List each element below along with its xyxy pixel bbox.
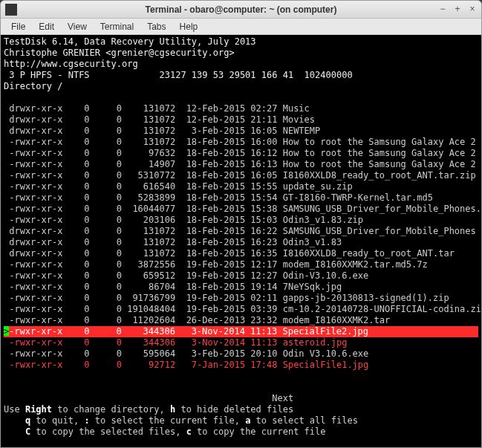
directory-line: Directory / xyxy=(4,81,478,92)
app-header-line: Christophe GRENIER <grenier@cgsecurity.o… xyxy=(4,48,478,59)
file-row[interactable]: drwxr-xr-x 0 0 131072 18-Feb-2015 16:23 … xyxy=(4,237,478,248)
file-row[interactable]: -rwxr-xr-x 0 0 131072 18-Feb-2015 16:00 … xyxy=(4,137,478,148)
app-header-line: http://www.cgsecurity.org xyxy=(4,59,478,70)
menu-tabs[interactable]: Tabs xyxy=(141,20,172,33)
file-row[interactable]: -rwxr-xr-x 0 0 616540 18-Feb-2015 15:55 … xyxy=(4,181,478,192)
file-row[interactable]: -rwxr-xr-x 0 0 191048404 19-Feb-2015 03:… xyxy=(4,304,478,315)
file-row-deleted[interactable]: -rwxr-xr-x 0 0 344306 3-Nov-2014 11:13 a… xyxy=(4,337,478,348)
file-row[interactable]: -rwxr-xr-x 0 0 14907 18-Feb-2015 16:13 H… xyxy=(4,159,478,170)
menu-edit[interactable]: Edit xyxy=(33,20,60,33)
terminal-window: Terminal - obaro@computer: ~ (on compute… xyxy=(0,0,482,448)
menu-help[interactable]: Help xyxy=(174,20,204,33)
close-icon[interactable]: × xyxy=(466,3,478,15)
file-row[interactable]: drwxr-xr-x 0 0 131072 18-Feb-2015 16:35 … xyxy=(4,248,478,259)
file-row-deleted[interactable]: -rwxr-xr-x 0 0 92712 7-Jan-2015 17:48 Sp… xyxy=(4,360,478,371)
hint-line: q to quit, : to select the current file,… xyxy=(4,415,478,426)
file-row[interactable]: -rwxr-xr-x 0 0 91736799 19-Feb-2015 02:1… xyxy=(4,293,478,304)
file-row[interactable]: -rwxr-xr-x 0 0 659512 19-Feb-2015 12:27 … xyxy=(4,270,478,282)
hint-line: Use Right to change directory, h to hide… xyxy=(4,404,478,415)
pager-next: Next xyxy=(4,393,478,404)
file-row[interactable]: -rwxr-xr-x 0 0 595064 3-Feb-2015 20:10 O… xyxy=(4,348,478,360)
menu-view[interactable]: View xyxy=(62,20,93,33)
file-row[interactable]: -rwxr-xr-x 0 0 86704 18-Feb-2015 19:14 7… xyxy=(4,282,478,293)
app-icon xyxy=(5,4,17,18)
file-row[interactable]: -rwxr-xr-x 0 0 3872556 19-Feb-2015 12:17… xyxy=(4,259,478,270)
titlebar[interactable]: Terminal - obaro@computer: ~ (on compute… xyxy=(1,1,481,19)
minimize-icon[interactable]: − xyxy=(437,3,449,15)
file-row[interactable]: -rwxr-xr-x 0 0 11202604 26-Dec-2013 23:3… xyxy=(4,315,478,326)
file-row[interactable]: drwxr-xr-x 0 0 131072 12-Feb-2015 21:11 … xyxy=(4,114,478,126)
app-header-line: TestDisk 6.14, Data Recovery Utility, Ju… xyxy=(4,36,478,48)
maximize-icon[interactable]: + xyxy=(452,3,463,15)
file-row[interactable]: -rwxr-xr-x 0 0 5310772 18-Feb-2015 16:05… xyxy=(4,170,478,181)
file-row[interactable]: drwxr-xr-x 0 0 131072 3-Feb-2015 16:05 N… xyxy=(4,126,478,137)
menubar: File Edit View Terminal Tabs Help xyxy=(1,19,481,35)
file-row[interactable]: drwxr-xr-x 0 0 131072 18-Feb-2015 16:22 … xyxy=(4,226,478,237)
file-row[interactable]: -rwxr-xr-x 0 0 203106 18-Feb-2015 15:03 … xyxy=(4,215,478,226)
cursor-icon: > xyxy=(4,326,9,336)
file-row[interactable]: drwxr-xr-x 0 0 131072 12-Feb-2015 02:27 … xyxy=(4,103,478,114)
file-row[interactable]: -rwxr-xr-x 0 0 5283899 18-Feb-2015 15:54… xyxy=(4,192,478,204)
hint-line: C to copy the selected files, c to copy … xyxy=(4,426,478,438)
window-title: Terminal - obaro@computer: ~ (on compute… xyxy=(146,4,337,15)
menu-file[interactable]: File xyxy=(5,20,31,33)
file-row[interactable]: -rwxr-xr-x 0 0 97632 18-Feb-2015 16:12 H… xyxy=(4,148,478,159)
terminal-output[interactable]: TestDisk 6.14, Data Recovery Utility, Ju… xyxy=(1,35,481,447)
file-row-selected[interactable]: >-rwxr-xr-x 0 0 344306 3-Nov-2014 11:13 … xyxy=(4,326,478,337)
partition-line: 3 P HPFS - NTFS 23127 139 53 29501 166 4… xyxy=(4,70,478,81)
menu-terminal[interactable]: Terminal xyxy=(94,20,140,33)
file-row[interactable]: -rwxr-xr-x 0 0 16044077 18-Feb-2015 15:3… xyxy=(4,204,478,215)
